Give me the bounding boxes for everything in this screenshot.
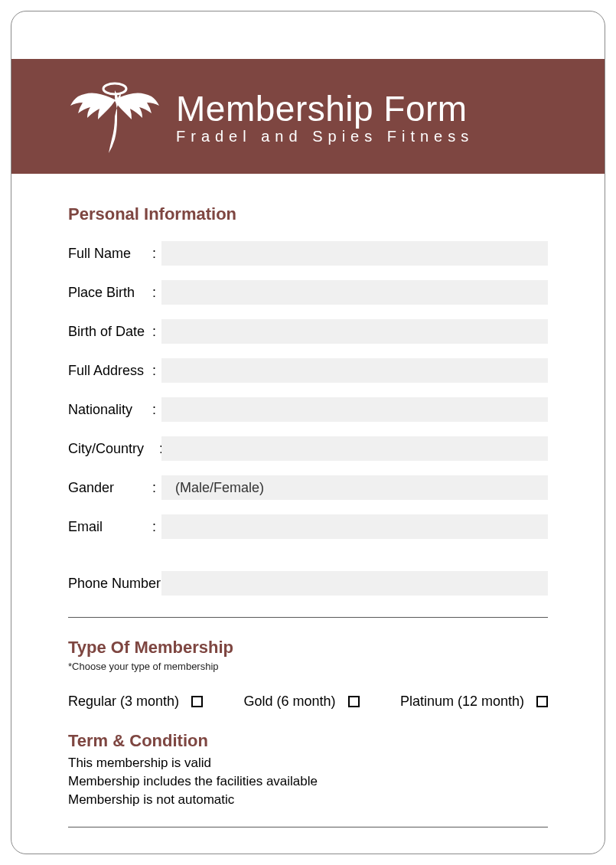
row-email: Email : xyxy=(68,514,548,539)
email-field[interactable] xyxy=(161,514,548,539)
label-platinum: Platinum (12 month) xyxy=(400,694,524,710)
checkbox-regular[interactable] xyxy=(191,696,203,707)
label-email: Email xyxy=(68,519,152,535)
option-platinum: Platinum (12 month) xyxy=(400,694,548,710)
row-full-address: Full Address : xyxy=(68,358,548,383)
full-address-field[interactable] xyxy=(161,358,548,383)
label-gender: Gander xyxy=(68,480,152,496)
membership-type-heading: Type Of Membership xyxy=(68,638,548,658)
label-phone: Phone Number xyxy=(68,576,161,592)
divider-line xyxy=(68,617,548,618)
row-nationality: Nationality : xyxy=(68,397,548,422)
term-line-3: Membership is not automatic xyxy=(68,791,548,809)
checkbox-platinum[interactable] xyxy=(536,696,548,707)
row-gender: Gander : xyxy=(68,475,548,500)
label-nationality: Nationality xyxy=(68,402,152,418)
option-gold: Gold (6 month) xyxy=(243,694,359,710)
colon: : xyxy=(152,285,161,301)
form-title: Membership Form xyxy=(176,88,474,129)
phone-field[interactable] xyxy=(161,571,548,596)
terms-heading: Term & Condition xyxy=(68,731,548,751)
checkbox-gold[interactable] xyxy=(348,696,360,707)
row-place-birth: Place Birth : xyxy=(68,280,548,305)
label-city-country: City/Country xyxy=(68,441,159,457)
label-regular: Regular (3 month) xyxy=(68,694,179,710)
colon: : xyxy=(152,363,161,379)
content-area: Personal Information Full Name : Place B… xyxy=(11,174,605,827)
label-place-birth: Place Birth xyxy=(68,285,152,301)
gender-field[interactable] xyxy=(161,475,548,500)
label-birth-date: Birth of Date xyxy=(68,324,152,340)
row-full-name: Full Name : xyxy=(68,241,548,266)
colon: : xyxy=(152,519,161,535)
label-full-address: Full Address xyxy=(68,363,152,379)
row-city-country: City/Country : xyxy=(68,436,548,461)
membership-options-row: Regular (3 month) Gold (6 month) Platinu… xyxy=(68,694,548,710)
colon: : xyxy=(152,324,161,340)
row-birth-date: Birth of Date : xyxy=(68,319,548,344)
terms-list: This membership is valid Membership incl… xyxy=(68,754,548,808)
membership-note: *Choose your type of membership xyxy=(68,661,548,672)
top-spacer xyxy=(11,11,605,59)
birth-date-field[interactable] xyxy=(161,319,548,344)
phoenix-logo-icon xyxy=(69,77,161,157)
form-page: Membership Form Fradel and Spies Fitness… xyxy=(11,11,605,854)
divider-line-bottom xyxy=(68,827,548,827)
row-phone: Phone Number xyxy=(68,571,548,596)
colon: : xyxy=(152,480,161,496)
city-country-field[interactable] xyxy=(161,436,548,461)
header-band: Membership Form Fradel and Spies Fitness xyxy=(11,59,605,174)
place-birth-field[interactable] xyxy=(161,280,548,305)
colon: : xyxy=(152,402,161,418)
header-text: Membership Form Fradel and Spies Fitness xyxy=(176,88,474,145)
full-name-field[interactable] xyxy=(161,241,548,266)
personal-info-heading: Personal Information xyxy=(68,204,548,224)
label-gold: Gold (6 month) xyxy=(243,694,335,710)
term-line-1: This membership is valid xyxy=(68,754,548,772)
form-subtitle: Fradel and Spies Fitness xyxy=(176,128,474,145)
option-regular: Regular (3 month) xyxy=(68,694,203,710)
colon: : xyxy=(152,246,161,262)
label-full-name: Full Name xyxy=(68,246,152,262)
term-line-2: Membership includes the facilities avail… xyxy=(68,772,548,791)
nationality-field[interactable] xyxy=(161,397,548,422)
